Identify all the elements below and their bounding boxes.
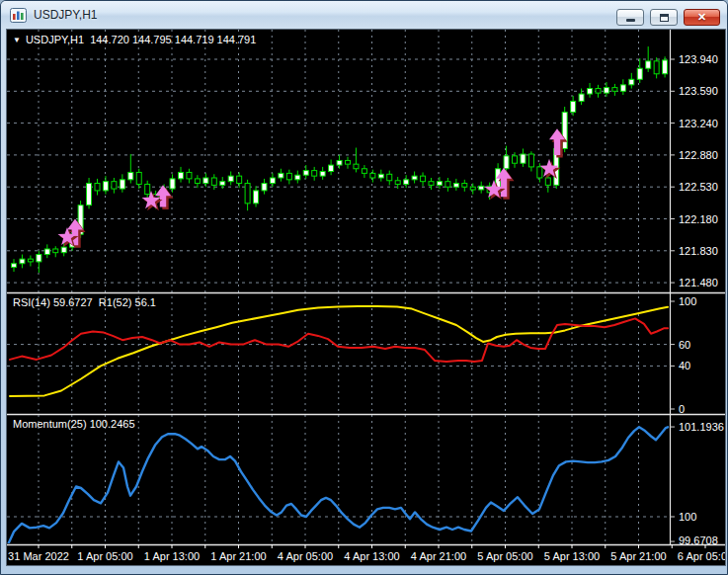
signal-markers-layer [58,128,568,248]
minimize-button[interactable] [616,9,644,26]
title-bar[interactable]: USDJPY,H1 ✕ [1,1,727,29]
time-axis-label: 31 Mar 2022 [8,550,69,562]
ohlc-header-text: USDJPY,H1 144.720 144.795 144.719 144.79… [26,34,256,45]
price-axis-label: 121.830 [679,245,718,257]
time-axis-label: 1 Apr 21:00 [210,550,266,562]
restore-button[interactable] [650,9,678,26]
time-axis-label: 1 Apr 13:00 [144,550,200,562]
time-axis-label: 4 Apr 05:00 [278,550,333,562]
momentum-axis-label: 101.1936 [679,421,724,433]
rsi-axis-label: 60 [679,339,690,351]
restore-icon [660,14,669,22]
chart-window: USDJPY,H1 ✕ 123.940123.590123.240122.880… [0,0,728,575]
chart-client-area: 123.940123.590123.240122.880122.530122.1… [6,29,726,566]
chart-app-icon [10,8,27,23]
time-axis-label: 5 Apr 05:00 [477,550,532,562]
price-axis-label: 122.530 [679,181,718,193]
window-title: USDJPY,H1 [34,8,97,22]
price-axis: 123.940123.590123.240122.880122.530122.1… [670,53,724,546]
close-button[interactable]: ✕ [684,9,720,26]
time-axis: 31 Mar 20221 Apr 05:001 Apr 13:001 Apr 2… [8,544,725,562]
time-axis-label: 4 Apr 21:00 [411,550,466,562]
time-axis-label: 5 Apr 21:00 [610,550,666,562]
time-axis-label: 6 Apr 05:00 [678,550,725,562]
momentum-header: Momentum(25) 100.2465 [13,418,135,430]
momentum-blue [7,427,668,546]
price-axis-label: 121.480 [679,277,718,288]
price-axis-label: 122.880 [679,149,718,161]
candles-layer[interactable] [12,46,677,273]
ohlc-header: ▼USDJPY,H1 144.720 144.795 144.719 144.7… [13,34,256,45]
rsi-axis-label: 100 [679,295,696,307]
price-axis-label: 123.590 [679,85,718,97]
panel-separators[interactable] [7,30,725,545]
price-axis-label: 123.940 [679,53,718,65]
momentum-axis-label: 100 [679,511,696,523]
rsi-axis-label: 40 [679,360,690,371]
symbol-dropdown-icon[interactable]: ▼ [13,36,21,44]
price-axis-label: 122.180 [679,213,718,225]
rsi-fast-red [10,318,668,362]
rsi-axis-label: 0 [679,403,685,415]
price-axis-label: 123.240 [679,118,718,129]
close-icon: ✕ [697,12,706,23]
time-axis-label: 5 Apr 13:00 [544,550,600,562]
time-axis-label: 1 Apr 05:00 [77,550,132,562]
time-axis-label: 4 Apr 13:00 [344,550,399,562]
minimize-icon [626,19,635,22]
momentum-axis-label: 99.6708 [679,534,718,546]
momentum-line-layer [7,427,668,546]
rsi-header: RSI(14) 59.6727 R1(52) 56.1 [13,296,156,308]
